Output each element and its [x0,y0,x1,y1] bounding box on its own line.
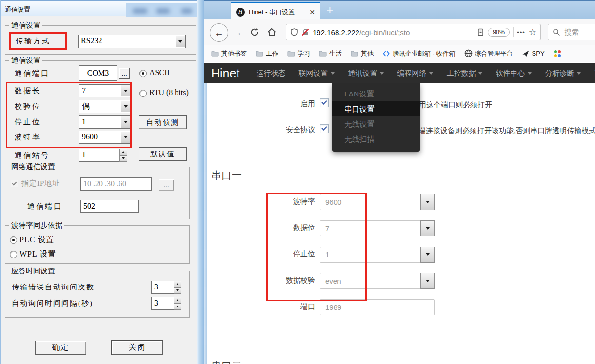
firefox-window: H Hinet - 串口设置 ✕ + ← → [204,0,595,364]
blur-blob [181,8,192,14]
security-protocol-checkbox[interactable] [320,124,329,133]
divider [513,27,514,37]
autodetect-button[interactable]: 自动侦测 [139,115,187,129]
station-spinner[interactable] [119,149,127,162]
close-button[interactable]: 关闭 [112,341,163,355]
wpl-radio[interactable] [10,251,17,258]
zoom-level-badge[interactable]: 90% [488,28,510,37]
nav-item-programming[interactable]: 编程网络 [397,69,433,78]
bookmark-folder-other-bookmarks[interactable]: 其他书签 [211,49,247,58]
nav-item-communication[interactable]: 通讯设置 [348,69,384,78]
nav-item-status[interactable]: 运行状态 [256,69,285,78]
bookmark-folder-study[interactable]: 学习 [287,49,310,58]
page-actions-icon[interactable]: ••• [517,29,525,36]
ip-browse-button[interactable]: ... [159,179,174,191]
ip-address-input[interactable]: 10 .20 .30 .60 [80,177,152,191]
retry-count-label: 传输错误自动询问次数 [12,283,95,292]
transfer-mode-value: RS232 [81,37,102,45]
site-brand: Hinet [211,66,239,80]
reader-view-icon[interactable] [477,28,484,36]
communication-submenu: LAN设置 串口设置 无线设置 无线扫描 [332,83,420,152]
bookmarks-bar: 其他书签 工作 学习 生活 其他 腾讯企业邮箱 - 收件箱 [204,45,595,62]
new-tab-button[interactable]: + [326,3,334,17]
station-label: 通信站号 [15,151,50,160]
search-placeholder: 搜索 [564,28,579,37]
menu-item-wireless-scan[interactable]: 无线扫描 [332,132,420,147]
annotation-red-box-serial-params [6,82,132,148]
bookmark-spy[interactable]: SPY [522,50,545,57]
forward-button[interactable]: → [233,27,242,38]
comm-port-browse-button[interactable]: ... [119,68,130,79]
dropdown-arrow-icon[interactable] [420,194,435,210]
bookmark-label: 其他 [361,49,374,58]
nav-item-diagnostics[interactable]: 分析诊断 [545,69,581,78]
search-box[interactable]: 搜索 [548,24,595,40]
dropdown-arrow-icon[interactable] [176,36,185,47]
shield-icon[interactable] [290,28,298,36]
group2-legend: 通信设置 [9,56,42,65]
browser-tab[interactable]: H Hinet - 串口设置 ✕ [231,2,320,20]
bookmark-management-platform[interactable]: 综合管理平台 [464,49,513,58]
annotation-red-box-transfer [9,32,67,50]
bookmark-folder-work[interactable]: 工作 [256,49,278,58]
back-button[interactable]: ← [210,23,228,42]
retry-interval-input[interactable]: 3 [151,297,175,310]
nav-item-software-center[interactable]: 软件中心 [496,69,532,78]
url-bar[interactable]: 192.168.2.222/cgi-bin/luci/;sto 90% ••• … [286,24,541,40]
dropdown-arrow-icon[interactable] [420,247,435,263]
input-value: 1989 [325,300,341,315]
retry-interval-spinner[interactable] [174,297,181,310]
ok-button[interactable]: 确定 [35,341,86,355]
bookmark-label: 学习 [298,49,310,58]
network-group-legend: 网络通信设置 [9,162,57,172]
nav-item-industrial-data[interactable]: 工控数据 [446,69,482,78]
port-web-input[interactable]: 1989 [320,299,435,315]
menu-item-lan-settings[interactable]: LAN设置 [332,86,420,101]
net-port-label: 通信端口 [27,202,62,211]
bookmark-folder-life[interactable]: 生活 [319,49,342,58]
window-border [197,0,204,364]
dropdown-arrow-icon[interactable] [420,273,435,289]
specify-ip-checkbox[interactable] [11,180,18,187]
tab-close-icon[interactable]: ✕ [309,8,315,16]
rtu-radio-label: RTU (8 bits) [149,88,189,97]
spinner-up-icon[interactable] [174,297,181,304]
enable-checkbox[interactable] [320,98,329,107]
bookmark-folder-misc[interactable]: 其他 [351,49,374,58]
menu-item-serial-settings[interactable]: 串口设置 [332,101,420,116]
folder-icon [256,50,263,57]
folder-icon [211,50,219,57]
url-text[interactable]: 192.168.2.222/cgi-bin/luci/;sto [313,28,410,37]
spinner-down-icon[interactable] [174,287,181,294]
reload-icon[interactable] [250,27,259,37]
blur-blob [156,8,170,14]
spinner-down-icon[interactable] [119,155,127,162]
home-icon[interactable] [267,27,277,37]
spinner-up-icon[interactable] [174,281,181,287]
ascii-radio[interactable] [139,70,147,77]
bookmark-colorful[interactable] [554,50,561,57]
nav-item-network[interactable]: 联网设置 [298,69,335,78]
bookmark-label: 综合管理平台 [475,49,513,58]
bookmark-star-icon[interactable]: ☆ [529,28,536,37]
default-button[interactable]: 默认值 [139,147,187,161]
dialog-titlebar[interactable]: 通信设置 [1,0,198,16]
spinner-down-icon[interactable] [174,304,181,310]
bookmark-label: 其他书签 [221,49,247,58]
rtu-radio[interactable] [139,90,147,97]
comm-port-button[interactable]: COM3 [79,65,117,81]
nav-label: 分析诊断 [545,69,574,78]
transfer-mode-select[interactable]: RS232 [78,35,186,48]
spinner-up-icon[interactable] [119,149,127,155]
net-port-input[interactable]: 502 [80,200,139,213]
menu-item-wireless-settings[interactable]: 无线设置 [332,116,420,132]
retry-count-input[interactable]: 3 [151,281,175,294]
station-input[interactable]: 1 [79,149,121,162]
ascii-radio-label: ASCII [149,68,170,77]
retry-count-spinner[interactable] [174,281,181,294]
plc-radio[interactable] [10,236,17,244]
specify-ip-label: 指定IP地址 [21,179,60,188]
dropdown-arrow-icon[interactable] [420,220,435,236]
bookmark-tencent-mail[interactable]: 腾讯企业邮箱 - 收件箱 [382,49,456,58]
insecure-lock-icon[interactable] [301,28,309,36]
